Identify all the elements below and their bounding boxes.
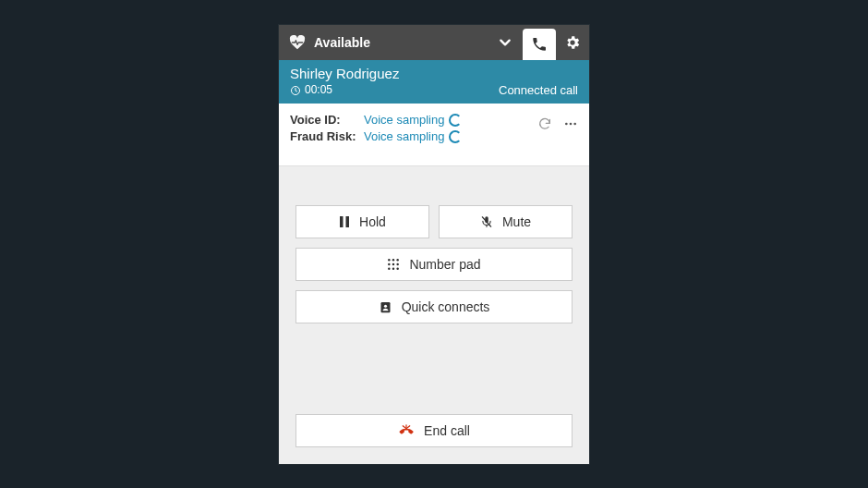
svg-point-11: [389, 263, 391, 265]
svg-point-13: [397, 263, 399, 265]
topbar-tabs: [523, 25, 589, 60]
agent-status-label: Available: [314, 35, 370, 50]
quick-connects-button[interactable]: Quick connects: [295, 290, 573, 323]
caller-name: Shirley Rodriguez: [290, 66, 399, 83]
voice-id-panel: Voice ID: Voice sampling Fraud Risk: Voi…: [279, 104, 589, 166]
mute-icon: [480, 214, 493, 229]
svg-point-10: [397, 259, 399, 261]
gear-icon: [564, 34, 581, 51]
refresh-icon[interactable]: [537, 116, 552, 131]
fraud-risk-row: Fraud Risk: Voice sampling: [290, 129, 462, 143]
svg-point-12: [392, 263, 394, 265]
spinner-icon: [449, 130, 462, 143]
svg-point-2: [570, 123, 573, 126]
more-icon[interactable]: [563, 116, 578, 131]
phone-icon: [531, 36, 548, 53]
caller-bar: Shirley Rodriguez 00:05 Connected call: [279, 60, 589, 104]
topbar: Available: [279, 25, 589, 60]
voice-id-value: Voice sampling: [364, 113, 444, 127]
svg-point-14: [389, 268, 391, 270]
hold-label: Hold: [359, 214, 386, 229]
end-call-icon: [398, 424, 415, 437]
call-controls: Hold Mute Number pad Q: [279, 166, 589, 463]
call-status: Connected call: [499, 83, 578, 97]
call-timer: 00:05: [305, 83, 332, 97]
svg-rect-4: [340, 216, 344, 227]
hold-button[interactable]: Hold: [295, 205, 429, 238]
end-call-button[interactable]: End call: [295, 414, 573, 447]
svg-point-15: [392, 268, 394, 270]
spinner-icon: [449, 114, 462, 127]
number-pad-label: Number pad: [409, 257, 480, 272]
svg-rect-5: [346, 216, 350, 227]
svg-point-8: [389, 259, 391, 261]
pause-icon: [339, 215, 350, 228]
end-call-label: End call: [424, 423, 470, 438]
svg-point-1: [565, 123, 568, 126]
mute-button[interactable]: Mute: [439, 205, 573, 238]
svg-point-16: [397, 268, 399, 270]
svg-point-9: [392, 259, 394, 261]
agent-panel: Available Shirley Rodriguez: [279, 25, 589, 464]
clock-icon: [290, 85, 301, 96]
number-pad-button[interactable]: Number pad: [295, 248, 573, 281]
contacts-icon: [379, 300, 392, 314]
mute-label: Mute: [502, 214, 531, 229]
voice-id-row: Voice ID: Voice sampling: [290, 113, 462, 127]
settings-tab[interactable]: [556, 25, 589, 60]
fraud-risk-value: Voice sampling: [364, 129, 444, 143]
agent-status-dropdown[interactable]: Available: [279, 25, 488, 60]
chevron-down-icon[interactable]: [488, 25, 523, 60]
quick-connects-label: Quick connects: [402, 299, 490, 314]
svg-point-18: [384, 304, 387, 307]
svg-point-3: [573, 123, 576, 126]
heartbeat-icon: [288, 35, 307, 50]
fraud-risk-label: Fraud Risk:: [290, 129, 356, 143]
voice-id-label: Voice ID:: [290, 113, 356, 127]
dialpad-icon: [387, 258, 400, 271]
phone-tab[interactable]: [523, 29, 556, 60]
